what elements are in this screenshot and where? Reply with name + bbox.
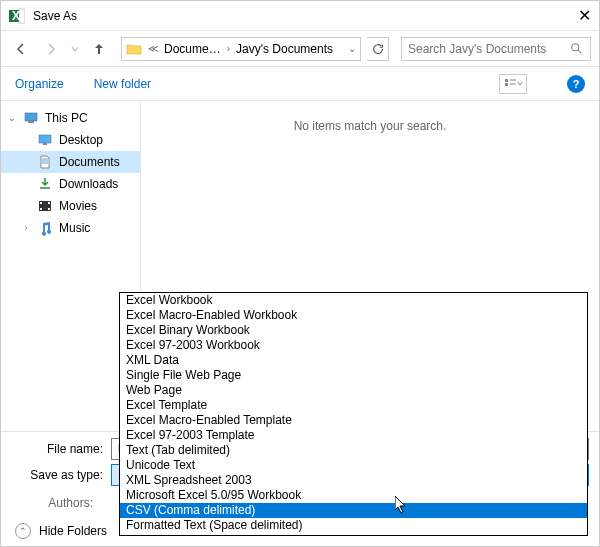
- type-option[interactable]: Single File Web Page: [120, 368, 587, 383]
- svg-rect-12: [43, 143, 47, 145]
- type-dropdown[interactable]: Excel WorkbookExcel Macro-Enabled Workbo…: [119, 292, 588, 536]
- downloads-icon: [37, 176, 53, 192]
- new-folder-button[interactable]: New folder: [94, 77, 151, 91]
- collapse-icon[interactable]: ⌄: [7, 113, 17, 123]
- recent-dropdown[interactable]: [69, 37, 81, 61]
- type-label: Save as type:: [11, 468, 111, 482]
- type-option[interactable]: Unicode Text: [120, 458, 587, 473]
- toolbar: Organize New folder ?: [1, 67, 599, 101]
- type-option[interactable]: Excel 97-2003 Template: [120, 428, 587, 443]
- svg-rect-5: [505, 79, 508, 82]
- breadcrumb[interactable]: Javy's Documents: [236, 42, 333, 56]
- tree-item-label: Desktop: [59, 133, 103, 147]
- forward-button[interactable]: [39, 37, 63, 61]
- close-button[interactable]: ✕: [551, 6, 591, 25]
- breadcrumb[interactable]: Docume…: [164, 42, 221, 56]
- up-button[interactable]: [87, 37, 111, 61]
- hide-folders-button[interactable]: Hide Folders: [39, 524, 107, 538]
- type-option[interactable]: Excel Binary Workbook: [120, 323, 587, 338]
- empty-message: No items match your search.: [294, 119, 447, 133]
- type-option[interactable]: Text (Tab delimited): [120, 443, 587, 458]
- tree-item-movies[interactable]: Movies: [1, 195, 140, 217]
- organize-menu[interactable]: Organize: [15, 77, 64, 91]
- svg-rect-21: [48, 208, 50, 210]
- type-option[interactable]: Web Page: [120, 383, 587, 398]
- expand-icon[interactable]: ›: [21, 223, 31, 233]
- tree-item-label: Music: [59, 221, 90, 235]
- svg-line-4: [578, 49, 582, 53]
- chevron-right-icon: ›: [227, 43, 230, 54]
- type-option[interactable]: Microsoft Excel 5.0/95 Workbook: [120, 488, 587, 503]
- tree-item-music[interactable]: ›Music: [1, 217, 140, 239]
- svg-text:X: X: [12, 9, 20, 23]
- collapse-icon[interactable]: ⌃: [15, 523, 31, 539]
- search-input[interactable]: [408, 42, 570, 56]
- filename-label: File name:: [11, 442, 111, 456]
- svg-rect-10: [28, 121, 34, 123]
- type-option[interactable]: Excel Macro-Enabled Workbook: [120, 308, 587, 323]
- type-option[interactable]: XML Spreadsheet 2003: [120, 473, 587, 488]
- breadcrumb-chevron: ≪: [148, 43, 158, 54]
- svg-rect-9: [25, 113, 37, 121]
- svg-rect-19: [40, 208, 42, 210]
- help-button[interactable]: ?: [567, 75, 585, 93]
- svg-point-3: [572, 43, 579, 50]
- tree-item-downloads[interactable]: Downloads: [1, 173, 140, 195]
- folder-icon: [126, 41, 142, 57]
- tree-item-documents[interactable]: Documents: [1, 151, 140, 173]
- address-dropdown[interactable]: ⌄: [348, 43, 356, 54]
- view-options-button[interactable]: [499, 74, 527, 94]
- address-bar[interactable]: ≪ Docume… › Javy's Documents ⌄: [121, 37, 361, 61]
- search-icon: [570, 42, 584, 56]
- refresh-button[interactable]: [367, 37, 389, 61]
- window-title: Save As: [33, 9, 551, 23]
- pc-icon: [23, 110, 39, 126]
- type-option[interactable]: Excel Workbook: [120, 293, 587, 308]
- desktop-icon: [37, 132, 53, 148]
- tree-item-label: Movies: [59, 199, 97, 213]
- excel-icon: X: [9, 8, 25, 24]
- tree-label: This PC: [45, 111, 88, 125]
- tree-this-pc[interactable]: ⌄ This PC: [1, 107, 140, 129]
- tree-item-desktop[interactable]: Desktop: [1, 129, 140, 151]
- music-icon: [37, 220, 53, 236]
- titlebar: X Save As ✕: [1, 1, 599, 31]
- type-option[interactable]: Excel 97-2003 Workbook: [120, 338, 587, 353]
- type-option[interactable]: Text (Macintosh): [120, 533, 587, 536]
- svg-rect-11: [39, 135, 51, 143]
- type-option[interactable]: Formatted Text (Space delimited): [120, 518, 587, 533]
- type-option[interactable]: Excel Macro-Enabled Template: [120, 413, 587, 428]
- type-option[interactable]: XML Data: [120, 353, 587, 368]
- authors-label: Authors:: [1, 496, 101, 510]
- movies-icon: [37, 198, 53, 214]
- documents-icon: [37, 154, 53, 170]
- type-option[interactable]: CSV (Comma delimited): [120, 503, 587, 518]
- back-button[interactable]: [9, 37, 33, 61]
- search-box[interactable]: [401, 37, 591, 61]
- tree-item-label: Downloads: [59, 177, 118, 191]
- svg-rect-18: [40, 202, 42, 204]
- type-option[interactable]: Excel Template: [120, 398, 587, 413]
- tree-item-label: Documents: [59, 155, 120, 169]
- svg-rect-20: [48, 202, 50, 204]
- navbar: ≪ Docume… › Javy's Documents ⌄: [1, 31, 599, 67]
- svg-rect-6: [505, 83, 508, 86]
